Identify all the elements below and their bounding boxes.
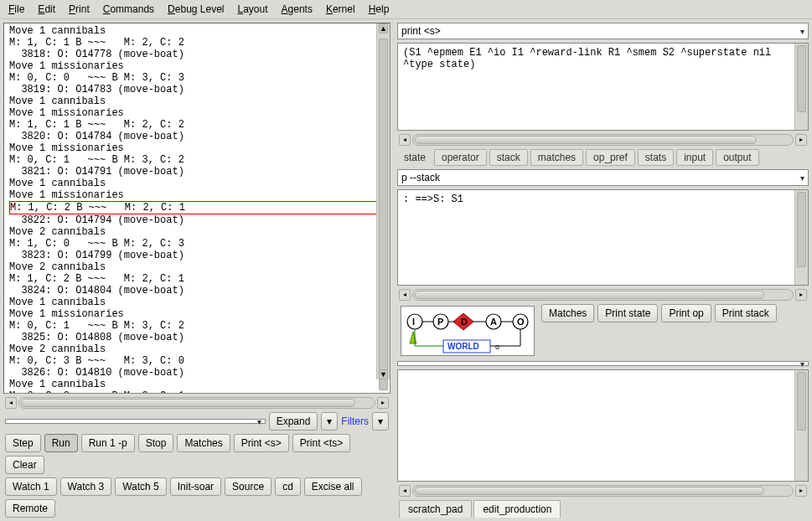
console-line: Move 1 cannibals [9,297,385,308]
console-line: M: 1, C: 2 B ~~~ M: 2, C: 1 [9,201,385,214]
print-s-hscroll[interactable] [412,134,794,146]
console-line: Move 2 cannibals [9,343,385,355]
bottom-tabs: scratch_padedit_production [396,498,810,519]
menu-help[interactable]: Help [364,2,395,17]
hscroll-right[interactable]: ▸ [795,485,807,497]
print-s--button[interactable]: Print <s> [234,434,289,452]
menu-commands[interactable]: Commands [98,2,159,17]
menu-edit[interactable]: Edit [33,2,60,17]
console-hscrollbar[interactable] [18,397,375,409]
stack-hscroll[interactable] [412,289,794,301]
run-1-p-button[interactable]: Run 1 -p [81,434,135,452]
scroll-up-arrow[interactable]: ▲ [379,23,388,34]
console-line: Move 1 cannibals [9,95,385,107]
console-line: M: 0, C: 1 ~~~ B M: 3, C: 2 [9,154,385,166]
svg-marker-17 [410,332,416,343]
console-output-wrap: Move 1 cannibalsM: 1, C: 1 B ~~~ M: 2, C… [3,23,390,394]
bottom-vscroll[interactable] [794,370,808,481]
console-line: Move 1 missionaries [9,142,385,154]
stop-button[interactable]: Stop [138,434,174,452]
hscroll-left[interactable]: ◂ [399,289,411,301]
console-vscrollbar[interactable]: ▲ ▼ [376,23,390,379]
remote-button[interactable]: Remote [5,499,55,518]
menu-agents[interactable]: Agents [277,2,318,17]
print-s-vscroll[interactable] [794,44,808,130]
filters-caret-button[interactable]: ▾ [372,412,389,431]
print-s-output: (S1 ^epmem E1 ^io I1 ^reward-link R1 ^sm… [397,43,809,131]
hscroll-right[interactable]: ▸ [377,397,389,409]
right-panel: print <s> ▾ (S1 ^epmem E1 ^io I1 ^reward… [394,19,812,521]
chevron-down-icon: ▾ [800,359,804,369]
console-line: M: 0, C: 3 B ~~~ M: 3, C: 0 [9,355,385,367]
chevron-down-icon: ▾ [800,27,804,36]
cd-button[interactable]: cd [275,477,301,496]
watch-5-button[interactable]: Watch 5 [115,477,167,496]
clear-button[interactable]: Clear [5,456,44,474]
hscroll-left[interactable]: ◂ [5,397,17,409]
console-line: M: 0, C: 0 ~~~ B M: 3, C: 3 [9,72,385,84]
print-s-combo-value: print <s> [401,25,441,37]
tab-op-pref[interactable]: op_pref [586,149,635,166]
svg-text:P: P [437,317,443,327]
scroll-down-arrow[interactable]: ▼ [379,369,388,379]
console-output: Move 1 cannibalsM: 1, C: 1 B ~~~ M: 2, C… [4,23,390,393]
command-combo[interactable]: ▾ [5,419,266,424]
left-panel: Move 1 cannibalsM: 1, C: 1 B ~~~ M: 2, C… [0,19,394,521]
console-line: Move 1 cannibals [9,178,385,189]
menu-print[interactable]: Print [64,2,95,17]
print-op-button[interactable]: Print op [661,304,711,322]
stack-combo[interactable]: p --stack ▾ [397,169,809,186]
console-line: 3823: O: O14799 (move-boat) [9,250,385,261]
tab-edit-production[interactable]: edit_production [473,500,561,518]
stack-output: : ==>S: S1 [397,189,809,286]
console-line: M: 1, C: 2 B ~~~ M: 2, C: 1 [9,273,385,285]
watch-1-button[interactable]: Watch 1 [5,477,57,496]
tab-output[interactable]: output [716,149,758,166]
step-button[interactable]: Step [5,434,41,452]
expand-button[interactable]: Expand [269,412,318,431]
tab-stats[interactable]: stats [638,149,674,166]
console-line: Move 1 cannibals [9,25,385,37]
svg-text:A: A [490,317,497,327]
decision-cycle-diagram: I P D A O WORLD o [401,306,535,356]
stack-vscroll[interactable] [794,190,808,285]
bottom-hscroll[interactable] [412,485,794,497]
console-line: 3818: O: O14778 (move-boat) [9,49,385,60]
tab-scratch-pad[interactable]: scratch_pad [399,500,472,518]
console-line: Move 1 missionaries [9,308,385,320]
hscroll-right[interactable]: ▸ [795,289,807,301]
console-line: 3822: O: O14794 (move-boat) [9,214,385,226]
print-state-button[interactable]: Print state [597,304,658,322]
hscroll-right[interactable]: ▸ [795,134,807,146]
print-s-combo[interactable]: print <s> ▾ [397,23,809,39]
excise-all-button[interactable]: Excise all [304,477,362,496]
init-soar-button[interactable]: Init-soar [170,477,221,496]
empty-combo[interactable]: ▾ [397,361,809,366]
menu-layout[interactable]: Layout [233,2,273,17]
tab-operator[interactable]: operator [434,149,487,166]
tab-stack[interactable]: stack [489,149,528,166]
tab-input[interactable]: input [676,149,713,166]
output-line: : ==>S: S1 [403,193,803,205]
menu-file[interactable]: File [3,2,29,17]
console-line: M: 1, C: 1 B ~~~ M: 2, C: 2 [9,119,385,131]
console-line: M: 1, C: 0 ~~~ B M: 2, C: 3 [9,238,385,250]
console-line: Move 2 cannibals [9,261,385,273]
menu-debug-level[interactable]: Debug Level [163,2,229,17]
matches-button[interactable]: Matches [177,434,230,452]
tab-matches[interactable]: matches [530,149,583,166]
source-button[interactable]: Source [225,477,272,496]
console-line: 3820: O: O14784 (move-boat) [9,131,385,142]
hscroll-left[interactable]: ◂ [399,485,411,497]
watch-3-button[interactable]: Watch 3 [60,477,112,496]
menu-kernel[interactable]: Kernel [321,2,360,17]
hscroll-left[interactable]: ◂ [399,134,411,146]
print-ts--button[interactable]: Print <ts> [292,434,350,452]
filters-link[interactable]: Filters [341,415,369,427]
scroll-thumb[interactable] [379,39,388,390]
run-button[interactable]: Run [44,434,78,452]
expand-caret-button[interactable]: ▾ [321,412,338,431]
console-line: M: 0, C: 1 ~~~ B M: 3, C: 2 [9,320,385,332]
matches-button[interactable]: Matches [541,304,594,322]
print-stack-button[interactable]: Print stack [715,304,777,322]
